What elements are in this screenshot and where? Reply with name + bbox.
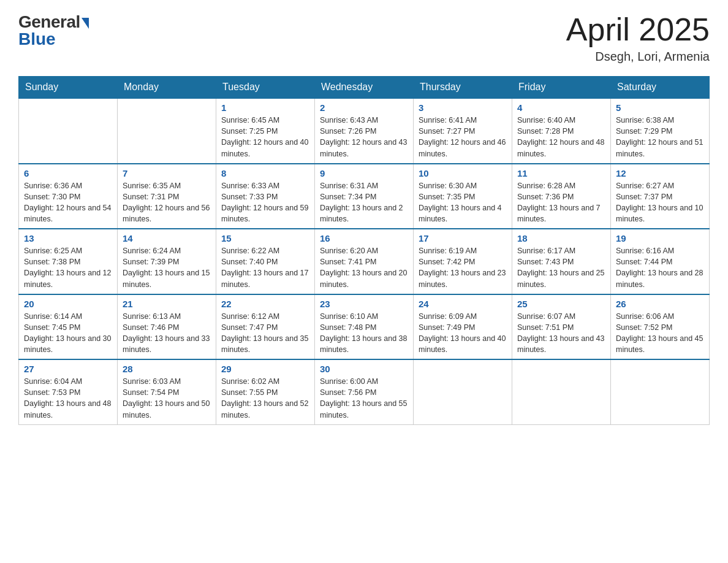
calendar-cell: 29Sunrise: 6:02 AMSunset: 7:55 PMDayligh… (216, 359, 315, 424)
day-number: 8 (221, 168, 309, 178)
day-info: Sunrise: 6:31 AMSunset: 7:34 PMDaylight:… (320, 180, 408, 225)
calendar-cell: 11Sunrise: 6:28 AMSunset: 7:36 PMDayligh… (512, 164, 611, 229)
day-number: 14 (123, 233, 211, 243)
day-number: 10 (419, 168, 507, 178)
day-info: Sunrise: 6:45 AMSunset: 7:25 PMDaylight:… (221, 115, 309, 159)
logo-blue-text: Blue (18, 29, 56, 49)
week-row: 6Sunrise: 6:36 AMSunset: 7:30 PMDaylight… (19, 164, 710, 229)
day-info: Sunrise: 6:41 AMSunset: 7:27 PMDaylight:… (419, 115, 507, 159)
calendar-cell: 10Sunrise: 6:30 AMSunset: 7:35 PMDayligh… (414, 164, 512, 229)
calendar-cell: 23Sunrise: 6:10 AMSunset: 7:48 PMDayligh… (315, 294, 414, 360)
calendar-cell (19, 98, 118, 164)
day-info: Sunrise: 6:22 AMSunset: 7:40 PMDaylight:… (221, 245, 309, 290)
day-number: 21 (123, 299, 211, 309)
day-info: Sunrise: 6:36 AMSunset: 7:30 PMDaylight:… (24, 180, 112, 225)
day-info: Sunrise: 6:33 AMSunset: 7:33 PMDaylight:… (221, 180, 309, 225)
day-number: 25 (517, 299, 605, 309)
calendar-cell: 22Sunrise: 6:12 AMSunset: 7:47 PMDayligh… (216, 294, 315, 360)
calendar-day-header: Thursday (414, 77, 512, 99)
day-number: 29 (221, 364, 309, 374)
day-info: Sunrise: 6:06 AMSunset: 7:52 PMDaylight:… (616, 311, 704, 356)
day-number: 23 (320, 299, 408, 309)
week-row: 27Sunrise: 6:04 AMSunset: 7:53 PMDayligh… (19, 359, 710, 424)
calendar-day-header: Saturday (611, 77, 710, 99)
location-text: Dsegh, Lori, Armenia (566, 50, 710, 64)
calendar-cell: 14Sunrise: 6:24 AMSunset: 7:39 PMDayligh… (118, 229, 216, 294)
day-info: Sunrise: 6:27 AMSunset: 7:37 PMDaylight:… (616, 180, 704, 225)
day-info: Sunrise: 6:17 AMSunset: 7:43 PMDaylight:… (517, 245, 605, 290)
day-info: Sunrise: 6:24 AMSunset: 7:39 PMDaylight:… (123, 245, 211, 290)
day-info: Sunrise: 6:16 AMSunset: 7:44 PMDaylight:… (616, 245, 704, 290)
day-number: 17 (419, 233, 507, 243)
day-number: 16 (320, 233, 408, 243)
week-row: 20Sunrise: 6:14 AMSunset: 7:45 PMDayligh… (19, 294, 710, 360)
day-number: 7 (123, 168, 211, 178)
day-number: 12 (616, 168, 704, 178)
day-number: 2 (320, 102, 408, 113)
week-row: 1Sunrise: 6:45 AMSunset: 7:25 PMDaylight… (19, 98, 710, 164)
day-number: 1 (221, 102, 309, 113)
day-info: Sunrise: 6:14 AMSunset: 7:45 PMDaylight:… (24, 311, 112, 356)
calendar-cell: 25Sunrise: 6:07 AMSunset: 7:51 PMDayligh… (512, 294, 611, 360)
calendar-cell: 6Sunrise: 6:36 AMSunset: 7:30 PMDaylight… (19, 164, 118, 229)
day-info: Sunrise: 6:28 AMSunset: 7:36 PMDaylight:… (517, 180, 605, 225)
calendar-cell: 26Sunrise: 6:06 AMSunset: 7:52 PMDayligh… (611, 294, 710, 360)
day-number: 28 (123, 364, 211, 374)
calendar-day-header: Wednesday (315, 77, 414, 99)
month-title: April 2025 (566, 12, 710, 47)
calendar-day-header: Monday (118, 77, 216, 99)
day-number: 26 (616, 299, 704, 309)
day-info: Sunrise: 6:20 AMSunset: 7:41 PMDaylight:… (320, 245, 408, 290)
calendar-cell: 9Sunrise: 6:31 AMSunset: 7:34 PMDaylight… (315, 164, 414, 229)
day-info: Sunrise: 6:09 AMSunset: 7:49 PMDaylight:… (419, 311, 507, 356)
calendar-cell: 28Sunrise: 6:03 AMSunset: 7:54 PMDayligh… (118, 359, 216, 424)
calendar-day-header: Friday (512, 77, 611, 99)
title-block: April 2025 Dsegh, Lori, Armenia (566, 12, 710, 64)
calendar-cell: 7Sunrise: 6:35 AMSunset: 7:31 PMDaylight… (118, 164, 216, 229)
day-info: Sunrise: 6:10 AMSunset: 7:48 PMDaylight:… (320, 311, 408, 356)
day-number: 30 (320, 364, 408, 374)
logo: General Blue (18, 12, 89, 49)
calendar-cell: 21Sunrise: 6:13 AMSunset: 7:46 PMDayligh… (118, 294, 216, 360)
calendar-cell: 18Sunrise: 6:17 AMSunset: 7:43 PMDayligh… (512, 229, 611, 294)
day-info: Sunrise: 6:43 AMSunset: 7:26 PMDaylight:… (320, 115, 408, 159)
logo-arrow-icon (82, 18, 89, 29)
calendar-cell: 4Sunrise: 6:40 AMSunset: 7:28 PMDaylight… (512, 98, 611, 164)
day-info: Sunrise: 6:19 AMSunset: 7:42 PMDaylight:… (419, 245, 507, 290)
day-number: 4 (517, 102, 605, 113)
day-number: 24 (419, 299, 507, 309)
calendar-cell: 30Sunrise: 6:00 AMSunset: 7:56 PMDayligh… (315, 359, 414, 424)
calendar-table: SundayMondayTuesdayWednesdayThursdayFrid… (18, 76, 710, 425)
page-header: General Blue April 2025 Dsegh, Lori, Arm… (18, 12, 710, 64)
calendar-cell (512, 359, 611, 424)
calendar-cell: 12Sunrise: 6:27 AMSunset: 7:37 PMDayligh… (611, 164, 710, 229)
day-info: Sunrise: 6:40 AMSunset: 7:28 PMDaylight:… (517, 115, 605, 159)
calendar-day-header: Tuesday (216, 77, 315, 99)
day-info: Sunrise: 6:00 AMSunset: 7:56 PMDaylight:… (320, 376, 408, 421)
day-number: 15 (221, 233, 309, 243)
day-number: 11 (517, 168, 605, 178)
day-info: Sunrise: 6:02 AMSunset: 7:55 PMDaylight:… (221, 376, 309, 421)
calendar-cell: 8Sunrise: 6:33 AMSunset: 7:33 PMDaylight… (216, 164, 315, 229)
calendar-header-row: SundayMondayTuesdayWednesdayThursdayFrid… (19, 77, 710, 99)
calendar-cell: 15Sunrise: 6:22 AMSunset: 7:40 PMDayligh… (216, 229, 315, 294)
day-info: Sunrise: 6:07 AMSunset: 7:51 PMDaylight:… (517, 311, 605, 356)
day-number: 19 (616, 233, 704, 243)
day-info: Sunrise: 6:25 AMSunset: 7:38 PMDaylight:… (24, 245, 112, 290)
calendar-cell: 2Sunrise: 6:43 AMSunset: 7:26 PMDaylight… (315, 98, 414, 164)
day-info: Sunrise: 6:38 AMSunset: 7:29 PMDaylight:… (616, 115, 704, 159)
day-number: 20 (24, 299, 112, 309)
calendar-cell: 17Sunrise: 6:19 AMSunset: 7:42 PMDayligh… (414, 229, 512, 294)
day-number: 6 (24, 168, 112, 178)
day-info: Sunrise: 6:13 AMSunset: 7:46 PMDaylight:… (123, 311, 211, 356)
day-info: Sunrise: 6:04 AMSunset: 7:53 PMDaylight:… (24, 376, 112, 421)
calendar-cell: 3Sunrise: 6:41 AMSunset: 7:27 PMDaylight… (414, 98, 512, 164)
day-info: Sunrise: 6:03 AMSunset: 7:54 PMDaylight:… (123, 376, 211, 421)
day-number: 9 (320, 168, 408, 178)
calendar-cell: 13Sunrise: 6:25 AMSunset: 7:38 PMDayligh… (19, 229, 118, 294)
calendar-cell (118, 98, 216, 164)
day-info: Sunrise: 6:30 AMSunset: 7:35 PMDaylight:… (419, 180, 507, 225)
day-info: Sunrise: 6:35 AMSunset: 7:31 PMDaylight:… (123, 180, 211, 225)
calendar-cell: 27Sunrise: 6:04 AMSunset: 7:53 PMDayligh… (19, 359, 118, 424)
day-number: 5 (616, 102, 704, 113)
